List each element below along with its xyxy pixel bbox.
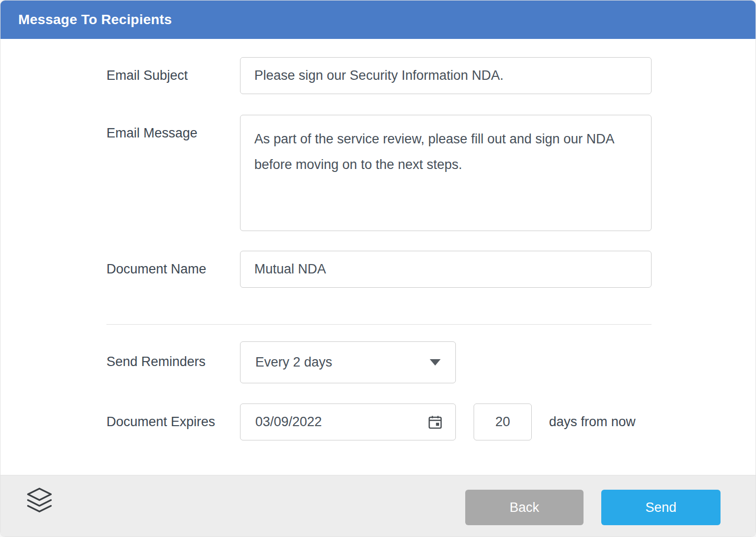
email-subject-label: Email Subject: [106, 68, 188, 83]
email-subject-input[interactable]: [240, 57, 652, 94]
send-reminders-select[interactable]: Every 2 days: [240, 341, 456, 383]
send-reminders-selected-value: Every 2 days: [255, 355, 332, 370]
calendar-icon[interactable]: [427, 414, 444, 431]
back-button[interactable]: Back: [465, 490, 584, 525]
chevron-down-icon: [430, 359, 441, 366]
document-name-label: Document Name: [106, 262, 206, 277]
layers-icon: [25, 486, 54, 514]
send-reminders-label: Send Reminders: [106, 354, 206, 369]
dialog-footer: Back Send: [0, 475, 756, 537]
section-divider: [106, 324, 652, 325]
message-to-recipients-dialog: Message To Recipients Email Subject Emai…: [0, 0, 756, 537]
days-from-now-label: days from now: [549, 414, 636, 430]
document-expires-label: Document Expires: [106, 414, 215, 430]
document-expires-date-input[interactable]: 03/09/2022: [240, 403, 456, 440]
email-message-textarea[interactable]: As part of the service review, please fi…: [240, 115, 652, 231]
email-message-label: Email Message: [106, 126, 198, 141]
document-expires-days-input[interactable]: [474, 403, 532, 440]
send-button[interactable]: Send: [601, 490, 721, 525]
dialog-header: Message To Recipients: [0, 0, 756, 39]
document-name-input[interactable]: [240, 251, 652, 288]
dialog-title: Message To Recipients: [18, 12, 172, 28]
document-expires-date-value: 03/09/2022: [255, 414, 322, 430]
